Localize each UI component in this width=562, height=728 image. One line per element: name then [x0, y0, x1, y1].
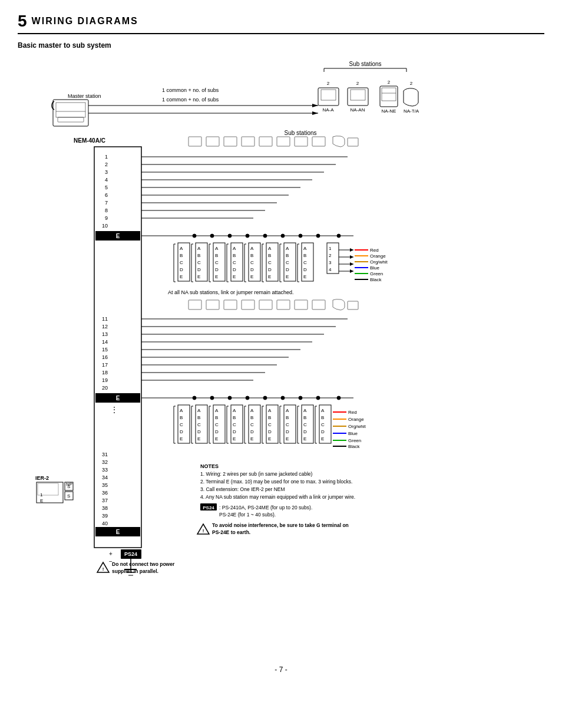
- svg-text:6: 6: [105, 192, 108, 198]
- svg-text:A: A: [286, 408, 289, 413]
- terminal-numbers-top: 1 2 3 4 5 6 7 8 9 10: [102, 154, 108, 229]
- svg-text:19: 19: [102, 377, 108, 383]
- svg-rect-12: [321, 90, 336, 100]
- sub-station-devices-top: [189, 136, 358, 147]
- wire2-label: 1 common + no. of subs: [162, 97, 219, 103]
- e-terminal-3: E: [116, 529, 120, 535]
- svg-point-169: [337, 396, 340, 400]
- svg-point-164: [246, 396, 249, 400]
- svg-text:15: 15: [102, 347, 108, 353]
- svg-text:A: A: [233, 408, 236, 413]
- svg-text:E: E: [180, 274, 183, 279]
- svg-text:⋮: ⋮: [111, 406, 118, 414]
- svg-text:E: E: [215, 274, 218, 279]
- nem-label: NEM-40A/C: [74, 137, 105, 144]
- svg-point-51: [228, 234, 232, 238]
- svg-rect-24: [295, 137, 308, 146]
- svg-text:E: E: [286, 274, 289, 279]
- notes-header: NOTES: [200, 463, 219, 469]
- svg-text:E: E: [250, 274, 253, 279]
- svg-text:C: C: [233, 422, 236, 427]
- na-ne-label: NA-NE: [382, 108, 396, 114]
- svg-text:1: 1: [105, 154, 108, 160]
- svg-text:C: C: [233, 260, 236, 265]
- svg-text:E: E: [40, 498, 43, 503]
- svg-text:A: A: [180, 246, 183, 251]
- svg-marker-118: [350, 269, 353, 273]
- svg-text:C: C: [286, 422, 289, 427]
- svg-rect-135: [259, 300, 272, 309]
- svg-text:A: A: [197, 408, 201, 413]
- color-legend-top: Red Orange Org/whit Blue Green Black: [355, 248, 388, 282]
- svg-rect-20: [224, 137, 237, 146]
- warning2-icon: !: [103, 566, 104, 572]
- wiring-lines-mid: [141, 319, 353, 400]
- svg-text:11: 11: [102, 316, 108, 322]
- e-terminal-1: E: [116, 233, 120, 239]
- svg-text:A: A: [303, 408, 307, 413]
- svg-rect-18: [189, 137, 201, 146]
- sub-stations-top-label: Sub stations: [349, 61, 381, 67]
- svg-text:32: 32: [102, 459, 108, 465]
- svg-text:C: C: [180, 260, 183, 265]
- page-number: - 7 -: [18, 666, 544, 674]
- svg-text:9: 9: [105, 215, 108, 221]
- svg-text:D: D: [268, 429, 272, 434]
- na-a-count: 2: [327, 81, 330, 86]
- svg-rect-25: [312, 137, 325, 146]
- svg-rect-136: [277, 300, 290, 309]
- svg-text:Red: Red: [370, 248, 379, 253]
- svg-text:E: E: [268, 436, 271, 442]
- svg-text:Black: Black: [370, 277, 382, 282]
- page: 5 Wiring Diagrams Basic master to sub sy…: [0, 0, 562, 728]
- svg-text:2: 2: [105, 162, 108, 167]
- svg-text:D: D: [233, 267, 236, 272]
- svg-text:36: 36: [102, 490, 108, 496]
- ps24-box: PS24: [124, 551, 137, 557]
- color-legend-bottom: Red Orange Org/whit Blue Green Black: [333, 410, 366, 449]
- svg-point-167: [299, 396, 302, 400]
- svg-text:Black: Black: [348, 444, 361, 449]
- terminal-blocks-top: A B C D E A B C D E A B C D: [174, 243, 353, 282]
- svg-text:4: 4: [329, 267, 332, 272]
- svg-text:B: B: [250, 253, 253, 258]
- svg-text:E: E: [197, 436, 200, 442]
- svg-text:B: B: [180, 415, 183, 420]
- na-ta-count: 2: [410, 81, 413, 86]
- sub-stations-main-label: Sub stations: [284, 130, 316, 136]
- svg-text:D: D: [197, 429, 201, 434]
- note-4: 4. Any NA sub station may remain equippe…: [200, 494, 355, 500]
- svg-text:E: E: [233, 436, 236, 442]
- svg-text:B: B: [180, 253, 183, 258]
- warning1-icon: !: [203, 528, 204, 533]
- svg-rect-21: [242, 137, 254, 146]
- svg-text:D: D: [303, 429, 307, 434]
- s2-label: S: [67, 493, 70, 499]
- warning2-text2: supplies in parallel.: [112, 568, 158, 574]
- svg-text:5: 5: [105, 185, 108, 190]
- section-subtitle: Basic master to sub system: [18, 41, 544, 50]
- svg-text:37: 37: [102, 498, 108, 503]
- svg-text:1: 1: [329, 246, 332, 251]
- svg-text:A: A: [303, 246, 307, 251]
- svg-text:D: D: [286, 429, 289, 434]
- note-3: 3. Call extension: One IER-2 per NEM: [200, 486, 285, 492]
- svg-point-166: [281, 396, 285, 400]
- svg-point-52: [246, 234, 249, 238]
- svg-marker-117: [350, 262, 353, 266]
- svg-text:D: D: [286, 267, 289, 272]
- svg-text:B: B: [303, 253, 306, 258]
- svg-text:Org/whit: Org/whit: [348, 424, 366, 429]
- ps24-note-badge: PS24: [203, 505, 214, 510]
- svg-rect-6: [58, 117, 84, 122]
- svg-text:E: E: [233, 274, 236, 279]
- svg-text:3: 3: [329, 260, 332, 265]
- svg-text:C: C: [321, 422, 325, 427]
- svg-text:17: 17: [102, 362, 108, 368]
- svg-rect-133: [224, 300, 237, 309]
- note-1: 1. Wiring: 2 wires per sub (in same jack…: [200, 471, 313, 477]
- svg-point-162: [210, 396, 214, 400]
- svg-text:A: A: [215, 246, 219, 251]
- svg-text:3: 3: [105, 169, 108, 175]
- svg-rect-4: [56, 103, 85, 117]
